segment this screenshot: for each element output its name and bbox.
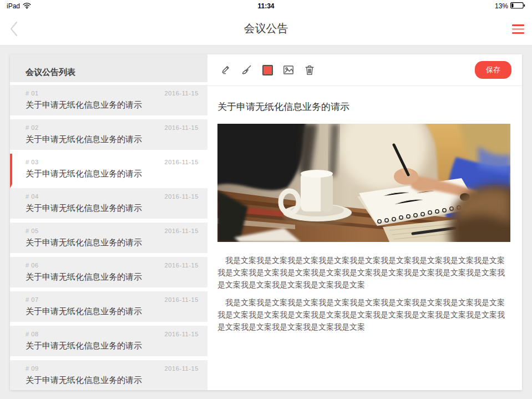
item-title: 关于申请无纸化信息业务的请示 <box>26 272 199 282</box>
nav-bar: 会议公告 <box>0 12 532 46</box>
announcement-list: # 01 2016-11-15 关于申请无纸化信息业务的请示 # 02 2016… <box>10 85 207 390</box>
item-date: 2016-11-15 <box>165 159 199 165</box>
wifi-icon <box>23 2 31 11</box>
article-photo[interactable] <box>217 124 510 242</box>
item-date: 2016-11-15 <box>165 124 199 131</box>
announcement-list-item[interactable]: # 09 2016-11-15 关于申请无纸化信息业务的请示 <box>10 360 207 390</box>
item-date: 2016-11-15 <box>165 193 199 200</box>
item-date: 2016-11-15 <box>165 331 199 337</box>
item-title: 关于申请无纸化信息业务的请示 <box>26 341 199 351</box>
announcement-list-item[interactable]: # 01 2016-11-15 关于申请无纸化信息业务的请示 <box>10 85 207 119</box>
trash-icon[interactable] <box>303 64 316 76</box>
edit-pencil-icon[interactable] <box>219 64 231 76</box>
back-chevron-icon[interactable] <box>9 21 19 37</box>
item-date: 2016-11-15 <box>165 90 199 97</box>
announcement-list-item[interactable]: # 05 2016-11-15 关于申请无纸化信息业务的请示 <box>10 223 207 257</box>
status-time: 11:34 <box>0 2 532 10</box>
article-paragraph: 我是文案我是文案我是文案我是文案我是文案我是文案我是文案我是文案我是文案我是文案… <box>217 296 511 333</box>
item-title: 关于申请无纸化信息业务的请示 <box>26 169 199 179</box>
content-panel: 保存 关于申请无纸化信息业务的请示 <box>207 54 522 390</box>
item-number: # 09 <box>26 365 39 372</box>
announcement-list-item[interactable]: # 02 2016-11-15 关于申请无纸化信息业务的请示 <box>10 119 207 154</box>
item-title: 关于申请无纸化信息业务的请示 <box>26 306 199 317</box>
item-title: 关于申请无纸化信息业务的请示 <box>26 134 199 145</box>
announcement-list-item[interactable]: # 04 2016-11-15 关于申请无纸化信息业务的请示 <box>10 188 207 223</box>
hamburger-menu-icon[interactable] <box>512 24 524 34</box>
item-title: 关于申请无纸化信息业务的请示 <box>26 100 199 110</box>
insert-image-icon[interactable] <box>282 64 295 76</box>
article-title: 关于申请无纸化信息业务的请示 <box>217 100 511 113</box>
announcement-list-item[interactable]: # 07 2016-11-15 关于申请无纸化信息业务的请示 <box>10 291 207 326</box>
article-paragraph: 我是文案我是文案我是文案我是文案我是文案我是文案我是文案我是文案我是文案我是文案… <box>217 254 511 291</box>
page-title: 会议公告 <box>244 21 288 36</box>
announcement-list-item[interactable]: # 06 2016-11-15 关于申请无纸化信息业务的请示 <box>10 257 207 291</box>
announcement-sidebar: 会议公告列表 # 01 2016-11-15 关于申请无纸化信息业务的请示 # … <box>10 54 207 390</box>
item-number: # 07 <box>26 296 39 303</box>
item-number: # 01 <box>26 90 39 97</box>
item-number: # 03 <box>26 159 39 165</box>
article-body: 我是文案我是文案我是文案我是文案我是文案我是文案我是文案我是文案我是文案我是文案… <box>217 254 511 333</box>
battery-icon <box>510 2 525 11</box>
editor-toolbar: 保存 <box>207 54 522 86</box>
article-editor[interactable]: 关于申请无纸化信息业务的请示 <box>207 86 522 333</box>
item-title: 关于申请无纸化信息业务的请示 <box>26 375 199 386</box>
list-header: 会议公告列表 <box>10 54 207 85</box>
save-button[interactable]: 保存 <box>475 61 511 79</box>
item-date: 2016-11-15 <box>165 296 199 303</box>
item-number: # 04 <box>26 193 39 200</box>
item-title: 关于申请无纸化信息业务的请示 <box>26 238 199 248</box>
color-swatch[interactable] <box>261 64 273 76</box>
item-date: 2016-11-15 <box>165 262 199 269</box>
status-bar: iPad 11:34 13% <box>0 0 532 12</box>
battery-percent: 13% <box>495 2 508 10</box>
item-date: 2016-11-15 <box>165 228 199 234</box>
announcement-list-item[interactable]: # 03 2016-11-15 关于申请无纸化信息业务的请示 <box>10 154 207 188</box>
item-number: # 06 <box>26 262 39 269</box>
announcement-list-item[interactable]: # 08 2016-11-15 关于申请无纸化信息业务的请示 <box>10 326 207 360</box>
item-number: # 08 <box>26 331 39 337</box>
item-title: 关于申请无纸化信息业务的请示 <box>26 203 199 214</box>
main-card: 会议公告列表 # 01 2016-11-15 关于申请无纸化信息业务的请示 # … <box>10 54 522 390</box>
item-date: 2016-11-15 <box>165 365 199 372</box>
item-number: # 02 <box>26 124 39 131</box>
carrier-label: iPad <box>7 2 20 10</box>
item-number: # 05 <box>26 228 39 234</box>
brush-icon[interactable] <box>240 64 252 76</box>
